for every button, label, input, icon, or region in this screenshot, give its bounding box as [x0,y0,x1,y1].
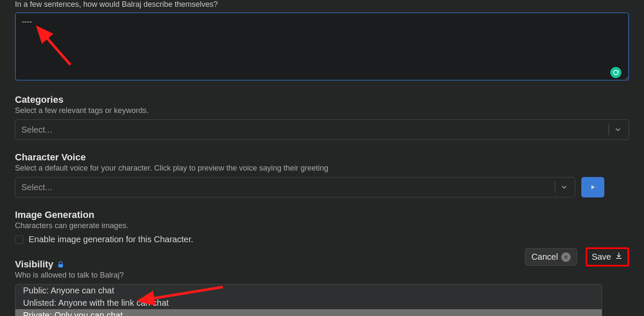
categories-subtext: Select a few relevant tags or keywords. [15,106,629,115]
voice-select-placeholder: Select... [21,183,551,192]
imagegen-section: Image Generation Characters can generate… [15,209,629,244]
select-divider [609,124,609,136]
voice-section: Character Voice Select a default voice f… [15,152,629,197]
visibility-subtext: Who is allowed to talk to Balraj? [15,271,629,280]
categories-select-placeholder: Select... [21,125,604,135]
visibility-option-unlisted[interactable]: Unlisted: Anyone with the link can chat [15,297,602,309]
voice-heading: Character Voice [15,152,629,163]
imagegen-subtext: Characters can generate images. [15,221,629,230]
svg-rect-0 [58,264,63,268]
visibility-option-private[interactable]: Private: Only you can chat [15,309,602,316]
select-divider [555,181,555,193]
lock-icon [57,261,64,269]
chevron-down-icon [559,183,575,191]
voice-subtext: Select a default voice for your characte… [15,164,629,173]
visibility-options-listbox[interactable]: Public: Anyone can chat Unlisted: Anyone… [15,284,602,316]
visibility-option-public[interactable]: Public: Anyone can chat [15,284,602,297]
voice-select[interactable]: Select... [15,177,575,197]
visibility-heading: Visibility [15,259,53,270]
description-prompt-label: In a few sentences, how would Balraj des… [15,0,629,9]
imagegen-heading: Image Generation [15,209,629,220]
enable-imagegen-checkbox[interactable] [15,235,23,244]
enable-imagegen-label: Enable image generation for this Charact… [29,235,193,244]
play-voice-button[interactable] [581,177,604,197]
categories-select[interactable]: Select... [15,119,629,140]
download-icon [615,252,623,262]
save-button[interactable]: Save [586,247,629,267]
play-icon [589,184,596,191]
save-button-label: Save [592,252,611,262]
cancel-button-label: Cancel [531,252,558,262]
grammarly-icon[interactable] [610,67,621,78]
visibility-section: Visibility Who is allowed to talk to Bal… [15,259,629,316]
description-textarea[interactable] [15,12,629,81]
categories-heading: Categories [15,94,629,105]
close-icon [561,252,571,262]
cancel-button[interactable]: Cancel [525,248,577,266]
chevron-down-icon [613,126,629,133]
categories-section: Categories Select a few relevant tags or… [15,94,629,140]
